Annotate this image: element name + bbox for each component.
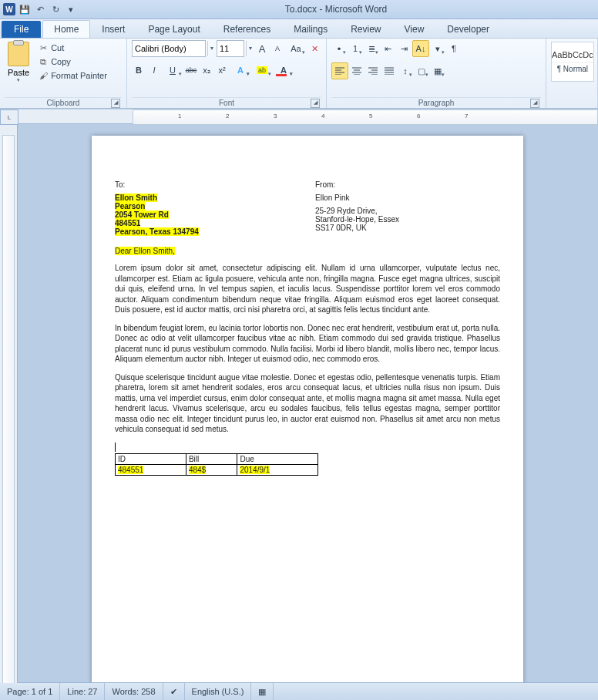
bold-button[interactable]: B — [132, 62, 146, 78]
subscript-button[interactable]: x₂ — [200, 62, 213, 78]
ribbon-tabs: File Home Insert Page Layout References … — [0, 19, 598, 39]
tab-view[interactable]: View — [393, 20, 436, 38]
multilevel-button[interactable]: ≣ — [364, 41, 379, 56]
font-name-select[interactable]: Calibri (Body) — [132, 40, 206, 57]
font-size-select[interactable]: 11 — [217, 40, 244, 57]
text-effects-button[interactable]: A — [230, 62, 250, 78]
font-color-swatch — [276, 74, 287, 76]
align-center-icon — [352, 67, 361, 75]
format-painter-button[interactable]: 🖌Format Painter — [35, 69, 109, 82]
quick-access-toolbar: 💾 ↶ ↻ ▾ — [18, 3, 77, 15]
bullets-button[interactable]: • — [331, 41, 347, 56]
clipboard-launcher[interactable]: ◢ — [111, 99, 120, 108]
font-size-dropdown-icon[interactable]: ▾ — [246, 41, 254, 56]
tab-home[interactable]: Home — [42, 20, 90, 38]
line-spacing-button[interactable]: ↕ — [398, 63, 413, 79]
italic-button[interactable]: I — [147, 62, 161, 78]
copy-icon: ⧉ — [38, 56, 49, 67]
window-title: To.docx - Microsoft Word — [77, 4, 595, 15]
ribbon: Paste ▾ ✂Cut ⧉Copy 🖌Format Painter Clipb… — [0, 39, 598, 109]
group-paragraph: • 1 ≣ ⇤ ⇥ A↓ ▾ ¶ ↕ ▢ ▦ Paragraph◢ — [327, 39, 546, 108]
sort-field-button[interactable]: ▾ — [430, 41, 445, 56]
group-font: Calibri (Body)▾ 11▾ A A Aa ✕ B I U abc x… — [127, 39, 327, 108]
redo-icon[interactable]: ↻ — [49, 3, 62, 15]
increase-indent-button[interactable]: ⇥ — [396, 41, 412, 56]
save-icon[interactable]: 💾 — [18, 3, 31, 15]
show-marks-button[interactable]: ¶ — [446, 41, 462, 56]
underline-button[interactable]: U — [163, 62, 183, 78]
justify-icon — [385, 67, 394, 75]
undo-icon[interactable]: ↶ — [34, 3, 46, 15]
align-left-button[interactable] — [331, 62, 348, 79]
align-right-icon — [368, 67, 378, 75]
tab-page-layout[interactable]: Page Layout — [136, 20, 211, 38]
tab-insert[interactable]: Insert — [90, 20, 136, 38]
sort-button[interactable]: A↓ — [412, 40, 429, 57]
highlight-button[interactable]: ab — [252, 62, 272, 78]
superscript-button[interactable]: x² — [215, 62, 229, 78]
tab-file[interactable]: File — [2, 21, 41, 38]
font-name-dropdown-icon[interactable]: ▾ — [207, 41, 215, 56]
group-styles: AaBbCcDc ¶ Normal — [546, 39, 598, 108]
tab-references[interactable]: References — [212, 20, 282, 38]
group-clipboard: Paste ▾ ✂Cut ⧉Copy 🖌Format Painter Clipb… — [0, 39, 127, 108]
tab-review[interactable]: Review — [339, 20, 392, 38]
align-left-icon — [335, 67, 344, 75]
copy-button[interactable]: ⧉Copy — [35, 56, 109, 68]
align-center-button[interactable] — [349, 63, 365, 79]
tab-mailings[interactable]: Mailings — [282, 20, 339, 38]
font-color-button[interactable]: A — [274, 62, 294, 78]
numbering-button[interactable]: 1 — [348, 41, 363, 56]
brush-icon: 🖌 — [38, 70, 49, 81]
qat-dropdown-icon[interactable]: ▾ — [65, 3, 77, 15]
decrease-indent-button[interactable]: ⇤ — [380, 41, 395, 56]
word-icon: W — [3, 3, 15, 15]
title-bar: W 💾 ↶ ↻ ▾ To.docx - Microsoft Word — [0, 0, 598, 19]
font-launcher[interactable]: ◢ — [311, 99, 320, 108]
shrink-font-button[interactable]: A — [270, 41, 284, 56]
strikethrough-button[interactable]: abc — [184, 62, 198, 78]
shading-button[interactable]: ▢ — [414, 63, 429, 79]
justify-button[interactable] — [381, 63, 397, 79]
grow-font-button[interactable]: A — [255, 41, 269, 56]
change-case-button[interactable]: Aa — [286, 41, 306, 56]
paragraph-launcher[interactable]: ◢ — [530, 99, 539, 108]
style-normal[interactable]: AaBbCcDc ¶ Normal — [551, 42, 594, 82]
paste-button[interactable]: Paste ▾ — [5, 40, 32, 85]
clear-formatting-button[interactable]: ✕ — [307, 41, 321, 56]
cut-button[interactable]: ✂Cut — [35, 42, 109, 54]
paste-icon — [8, 42, 29, 66]
align-right-button[interactable] — [365, 63, 381, 79]
tab-developer[interactable]: Developer — [435, 20, 501, 38]
scissors-icon: ✂ — [38, 42, 49, 53]
borders-button[interactable]: ▦ — [430, 63, 445, 79]
